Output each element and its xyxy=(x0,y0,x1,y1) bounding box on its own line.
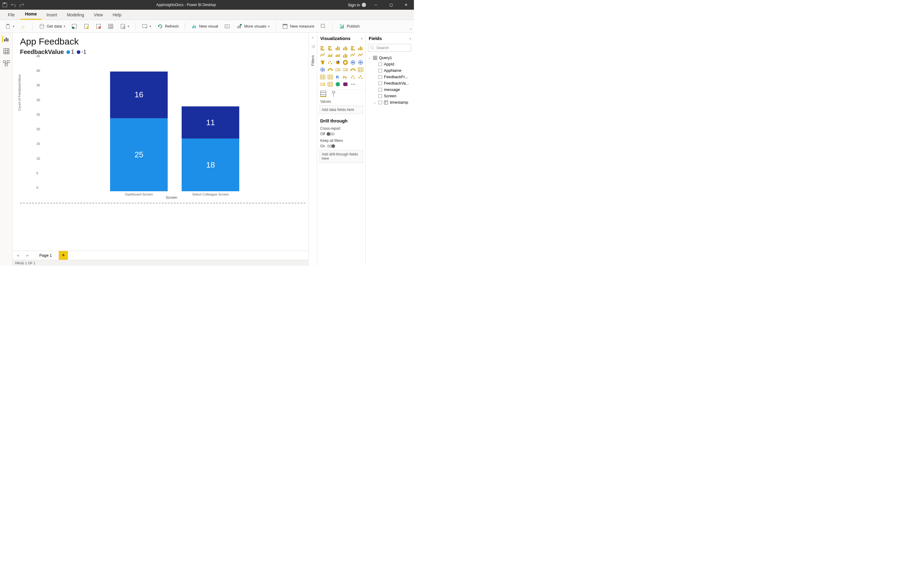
minimize-button[interactable]: ─ xyxy=(370,0,381,10)
report-view-button[interactable] xyxy=(2,36,10,42)
recent-sources-button[interactable]: ▾ xyxy=(118,22,131,31)
ribbon-collapse-button[interactable]: ⌃ xyxy=(409,28,412,32)
tab-modeling[interactable]: Modeling xyxy=(62,10,89,20)
tab-insert[interactable]: Insert xyxy=(42,10,62,20)
vis-type-qna[interactable]: 123 xyxy=(320,82,326,87)
vis-type-stacked-column[interactable] xyxy=(335,45,341,51)
vis-type-py-visual[interactable]: Py xyxy=(342,74,348,80)
field-screen[interactable]: Screen xyxy=(368,93,411,99)
values-well[interactable]: Add data fields here xyxy=(320,105,363,114)
paste-button[interactable]: ▾ xyxy=(3,22,16,31)
redo-icon[interactable] xyxy=(19,2,24,7)
bar-segment-1[interactable]: 25 xyxy=(110,118,168,191)
vis-type-stacked-bar[interactable] xyxy=(320,45,326,51)
collapse-pane-button[interactable]: › xyxy=(410,36,411,40)
keep-filters-toggle[interactable]: On xyxy=(320,144,362,148)
vis-type-key-influencer[interactable] xyxy=(350,74,356,80)
bar-segment-neg1[interactable]: 11 xyxy=(182,107,239,139)
vis-type-filled-map[interactable] xyxy=(320,67,326,73)
enter-data-button[interactable] xyxy=(106,22,116,31)
vis-type-pie[interactable] xyxy=(335,60,341,65)
page-tab-1[interactable]: Page 1 xyxy=(33,251,59,260)
filters-pane-collapsed[interactable]: ‹ ◁ Filters xyxy=(308,33,317,266)
tab-help[interactable]: Help xyxy=(108,10,126,20)
vis-type-matrix[interactable] xyxy=(327,74,333,80)
vis-type-stacked-area[interactable] xyxy=(335,52,341,58)
vis-type-scatter[interactable] xyxy=(327,60,333,65)
vis-type-map[interactable] xyxy=(357,60,364,65)
vis-type-gauge[interactable] xyxy=(327,67,333,73)
vis-type-multi-card[interactable]: 123 xyxy=(342,67,348,73)
field-feedbackfr[interactable]: FeedbackFr... xyxy=(368,74,411,80)
vis-type-powerapps[interactable] xyxy=(342,82,348,87)
vis-type-treemap[interactable] xyxy=(350,60,356,65)
format-painter-button[interactable] xyxy=(18,22,28,31)
vis-type-paginated[interactable] xyxy=(327,82,333,87)
data-view-button[interactable] xyxy=(3,48,10,55)
table-node[interactable]: ⌄ Query1 xyxy=(368,55,411,61)
search-input[interactable]: Search xyxy=(368,44,411,52)
field-feedbackva[interactable]: FeedbackVa... xyxy=(368,80,411,86)
field-appname[interactable]: AppName xyxy=(368,67,411,74)
drill-through-well[interactable]: Add drill-through fields here xyxy=(320,150,363,163)
text-box-button[interactable]: A xyxy=(222,22,232,31)
checkbox[interactable] xyxy=(378,88,382,92)
bar-group[interactable]: 1118 xyxy=(182,107,239,191)
tab-home[interactable]: Home xyxy=(20,9,42,20)
checkbox[interactable] xyxy=(378,69,382,73)
vis-type-funnel[interactable] xyxy=(320,60,326,65)
more-visuals-button[interactable]: More visuals▾ xyxy=(235,22,272,31)
bar-group[interactable]: 1625 xyxy=(110,71,168,191)
vis-type-table[interactable] xyxy=(320,74,326,80)
maximize-button[interactable]: ▢ xyxy=(385,0,396,10)
checkbox[interactable] xyxy=(378,82,382,85)
collapse-pane-button[interactable]: › xyxy=(361,36,362,40)
checkbox[interactable] xyxy=(378,101,382,104)
field-message[interactable]: message xyxy=(368,86,411,93)
vis-type-more[interactable] xyxy=(350,82,356,87)
vis-type-waterfall[interactable] xyxy=(357,52,364,58)
excel-source-button[interactable] xyxy=(70,22,79,31)
legend-item-1[interactable]: 1 xyxy=(66,49,74,55)
get-data-button[interactable]: Get data▾ xyxy=(37,22,67,31)
tab-view[interactable]: View xyxy=(89,10,108,20)
vis-type-clustered-bar[interactable] xyxy=(327,45,333,51)
checkbox[interactable] xyxy=(378,94,382,98)
quick-measure-button[interactable] xyxy=(319,22,328,31)
bar-segment-neg1[interactable]: 16 xyxy=(110,71,168,118)
pbi-dataset-button[interactable] xyxy=(82,22,91,31)
new-measure-button[interactable]: New measure xyxy=(280,22,316,31)
next-page-button[interactable]: ► xyxy=(23,253,33,258)
field-timestamp[interactable]: ⌄timestamp xyxy=(368,99,411,105)
chart-visual[interactable]: Count of FeedbackValue 1625Dashboard Scr… xyxy=(20,58,306,200)
format-tab-button[interactable] xyxy=(330,91,336,97)
field-appid[interactable]: AppId xyxy=(368,61,411,67)
fields-tab-button[interactable] xyxy=(320,91,326,97)
refresh-button[interactable]: Refresh xyxy=(155,22,181,31)
publish-button[interactable]: Publish xyxy=(337,22,361,31)
vis-type-line-column[interactable] xyxy=(342,52,348,58)
vis-type-r-visual[interactable]: R xyxy=(335,74,341,80)
tab-file[interactable]: File xyxy=(3,10,20,20)
checkbox[interactable] xyxy=(378,63,382,66)
vis-type-slicer[interactable] xyxy=(357,67,364,73)
vis-type-card[interactable]: 123 xyxy=(335,67,341,73)
vis-type-kpi[interactable] xyxy=(350,67,356,73)
undo-icon[interactable] xyxy=(11,2,16,7)
vis-type-clustered-column[interactable] xyxy=(342,45,348,51)
vis-type-area[interactable] xyxy=(327,52,333,58)
model-view-button[interactable] xyxy=(3,60,10,67)
vis-type-decomposition[interactable] xyxy=(357,74,364,80)
close-button[interactable]: ✕ xyxy=(401,0,411,10)
signin-button[interactable]: Sign in xyxy=(348,3,366,7)
add-page-button[interactable]: + xyxy=(59,251,68,260)
cross-report-toggle[interactable]: Off xyxy=(320,132,362,136)
prev-page-button[interactable]: ◄ xyxy=(13,253,23,258)
sql-source-button[interactable] xyxy=(94,22,104,31)
vis-type-stacked-bar-100[interactable] xyxy=(350,45,356,51)
legend-item-neg1[interactable]: -1 xyxy=(77,49,86,55)
vis-type-clustered-column-100[interactable] xyxy=(357,45,364,51)
checkbox[interactable] xyxy=(378,75,382,79)
vis-type-arcgis[interactable] xyxy=(335,82,341,87)
new-visual-button[interactable]: New visual xyxy=(189,22,220,31)
